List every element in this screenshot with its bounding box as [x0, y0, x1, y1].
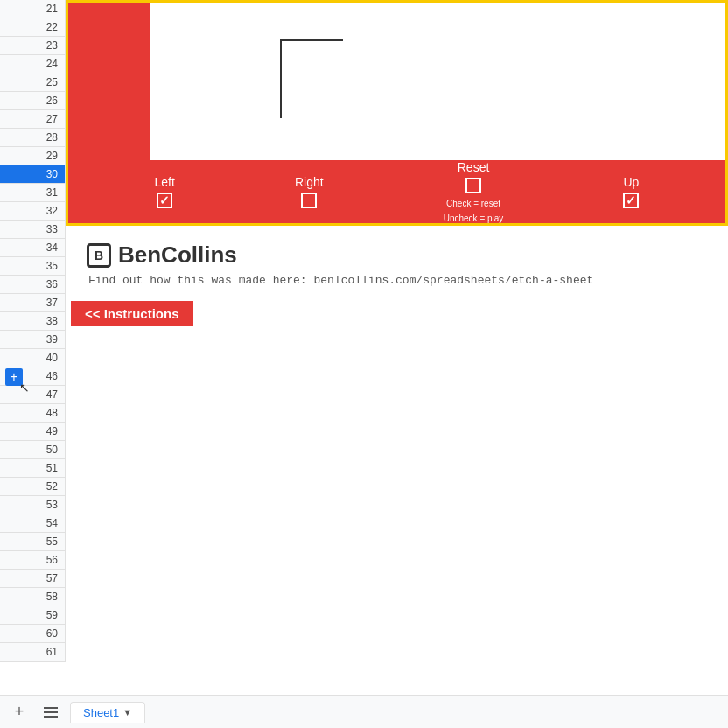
row-number[interactable]: 29: [0, 147, 65, 165]
main-content: Left Right Reset Check = reset Uncheck =…: [66, 0, 728, 695]
reset-control: Reset Check = reset Uncheck = play: [444, 160, 504, 223]
row-number[interactable]: 53: [0, 496, 65, 514]
row-number-selected[interactable]: 30: [0, 165, 65, 184]
row-number[interactable]: 28: [0, 129, 65, 147]
row-number[interactable]: 35: [0, 257, 65, 276]
right-control: Right: [295, 175, 324, 208]
up-label: Up: [623, 175, 639, 189]
row-number[interactable]: 27: [0, 110, 65, 129]
row-number[interactable]: 34: [0, 239, 65, 257]
brand-name: BenCollins: [118, 242, 237, 269]
row-number[interactable]: 51: [0, 459, 65, 478]
row-number[interactable]: 57: [0, 570, 65, 588]
sheet-tab-dropdown-icon: ▼: [122, 707, 132, 718]
reset-info1: Check = reset: [446, 199, 500, 208]
row-number[interactable]: 47: [0, 386, 65, 404]
svg-rect-0: [44, 707, 58, 709]
etch-canvas: Left Right Reset Check = reset Uncheck =…: [66, 0, 728, 226]
brand-section: B BenCollins Find out how this was made …: [66, 226, 728, 294]
row-number[interactable]: 31: [0, 184, 65, 202]
brand-icon-letter: B: [94, 248, 103, 262]
row-number[interactable]: 21: [0, 0, 65, 18]
row-number[interactable]: 23: [0, 37, 65, 55]
row-number[interactable]: 59: [0, 606, 65, 625]
brand-tagline: Find out how this was made here: benlcol…: [88, 274, 707, 287]
row-number[interactable]: 25: [0, 74, 65, 92]
reset-checkbox[interactable]: [466, 178, 481, 193]
add-sheet-button[interactable]: +: [7, 700, 32, 724]
sheet1-tab[interactable]: Sheet1 ▼: [70, 702, 145, 723]
row-number[interactable]: 54: [0, 514, 65, 533]
instructions-button[interactable]: << Instructions: [71, 301, 193, 326]
left-label: Left: [155, 175, 175, 189]
drawing-area: [150, 3, 725, 186]
row-number[interactable]: 56: [0, 551, 65, 570]
row-number[interactable]: 24: [0, 55, 65, 74]
row-number[interactable]: 32: [0, 202, 65, 220]
row-number[interactable]: 50: [0, 441, 65, 459]
left-checkbox[interactable]: [157, 192, 172, 208]
sheet-menu-button[interactable]: [38, 700, 63, 724]
row-number[interactable]: 52: [0, 478, 65, 496]
bottom-bar: + Sheet1 ▼: [0, 695, 728, 728]
right-label: Right: [295, 175, 324, 189]
row-number[interactable]: 40: [0, 349, 65, 368]
row-number[interactable]: 48: [0, 404, 65, 423]
left-control: Left: [155, 175, 175, 208]
cursor-indicator: ↖: [19, 381, 26, 391]
svg-rect-2: [44, 716, 58, 718]
brand-logo: B BenCollins: [87, 242, 707, 269]
row-number[interactable]: 60: [0, 625, 65, 643]
row-number[interactable]: 26: [0, 92, 65, 110]
row-numbers-sidebar: 21 22 23 24 25 26 27 28 29 30 31 32 33 3…: [0, 0, 66, 662]
row-number[interactable]: 33: [0, 220, 65, 239]
row-number[interactable]: 37: [0, 294, 65, 312]
row-number[interactable]: 61: [0, 643, 65, 662]
svg-rect-1: [44, 711, 58, 713]
instructions-area: << Instructions: [66, 294, 728, 326]
up-control: Up: [623, 175, 639, 208]
right-checkbox[interactable]: [301, 192, 317, 208]
row-number[interactable]: 38: [0, 312, 65, 331]
drawn-shape: [280, 39, 343, 118]
reset-label: Reset: [458, 160, 490, 174]
controls-row: Left Right Reset Check = reset Uncheck =…: [68, 160, 725, 223]
brand-icon: B: [87, 243, 111, 268]
row-number[interactable]: 55: [0, 533, 65, 551]
row-number[interactable]: 36: [0, 276, 65, 294]
menu-icon: [44, 705, 58, 719]
row-number[interactable]: 58: [0, 588, 65, 606]
row-number[interactable]: 39: [0, 331, 65, 349]
sheet1-tab-label: Sheet1: [83, 706, 119, 719]
reset-info2: Uncheck = play: [444, 214, 504, 223]
up-checkbox[interactable]: [623, 192, 639, 208]
row-number[interactable]: 22: [0, 18, 65, 37]
row-number[interactable]: 49: [0, 423, 65, 441]
